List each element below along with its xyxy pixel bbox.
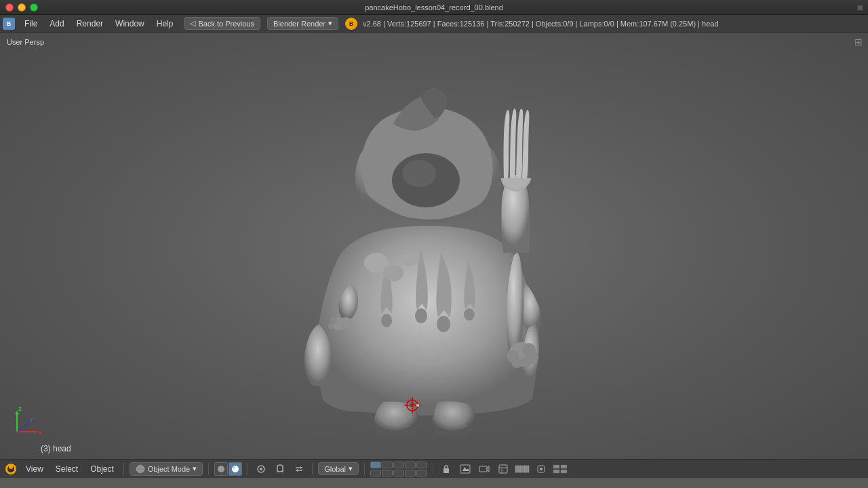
global-label: Global: [324, 465, 346, 473]
separator-2: [208, 463, 209, 475]
back-label: Back to Previous: [198, 20, 254, 28]
svg-marker-53: [487, 466, 489, 472]
menu-file[interactable]: File: [19, 18, 43, 30]
svg-point-16: [521, 357, 532, 367]
svg-point-2: [437, 316, 450, 332]
object-mode-icon: [136, 464, 145, 474]
viewport-corner-icon[interactable]: ⊞: [854, 37, 864, 46]
back-to-previous-button[interactable]: ◁ Back to Previous: [184, 17, 260, 30]
svg-point-3: [464, 308, 475, 321]
transfer-button[interactable]: [292, 462, 307, 476]
dropdown-arrow-icon: ▾: [328, 19, 332, 28]
menu-add[interactable]: Add: [44, 18, 69, 30]
svg-marker-49: [296, 469, 298, 472]
layer-2-button[interactable]: [382, 462, 393, 468]
object-mode-label: Object Mode: [148, 465, 190, 473]
menu-render[interactable]: Render: [71, 18, 108, 30]
bottom-view-button[interactable]: View: [22, 463, 47, 475]
render-shade-icon: [231, 464, 240, 474]
3d-character: [258, 66, 597, 453]
svg-point-40: [232, 466, 239, 472]
blender-bottom-logo: [4, 462, 18, 476]
separator-5: [364, 463, 365, 475]
svg-point-36: [9, 465, 13, 469]
3d-viewport[interactable]: User Persp ⊞: [0, 33, 868, 459]
svg-point-7: [383, 265, 403, 281]
blender-icon: B: [345, 18, 357, 30]
layer-10-button[interactable]: [416, 470, 427, 476]
separator-3: [248, 463, 248, 475]
magnet-button[interactable]: [273, 462, 288, 476]
svg-point-18: [507, 350, 519, 363]
svg-point-41: [233, 466, 235, 469]
render-engine-dropdown[interactable]: Blender Render ▾: [267, 17, 338, 30]
svg-marker-47: [300, 466, 302, 469]
layer-9-button[interactable]: [405, 470, 416, 476]
snap-button[interactable]: [254, 462, 269, 476]
more-tools-button[interactable]: [553, 462, 568, 476]
layer-6-button[interactable]: [370, 470, 381, 476]
camera-view-button[interactable]: [477, 462, 492, 476]
separator-1: [123, 463, 124, 475]
back-icon: ◁: [190, 19, 195, 28]
gpencil-button[interactable]: [534, 462, 549, 476]
svg-rect-57: [515, 466, 521, 472]
axis-indicator: X Z Y: [10, 405, 44, 439]
bottom-select-button[interactable]: Select: [52, 463, 82, 475]
solid-shading-button[interactable]: [214, 462, 228, 476]
timeline-button[interactable]: [515, 462, 530, 476]
viewport-props-icon: [498, 464, 508, 474]
timeline-icon: [515, 464, 530, 474]
render-button-bottom[interactable]: [458, 462, 473, 476]
svg-text:Y: Y: [30, 418, 33, 422]
blender-logo: B: [3, 18, 15, 30]
close-button[interactable]: [5, 3, 14, 12]
layer-5-button[interactable]: [416, 462, 427, 468]
shading-buttons: [214, 462, 242, 476]
camera-icon: [479, 464, 490, 474]
window-controls: [5, 3, 38, 12]
menu-help[interactable]: Help: [151, 18, 179, 30]
svg-point-20: [410, 403, 414, 407]
svg-point-37: [136, 465, 144, 473]
svg-rect-64: [561, 465, 567, 468]
snap-icon: [256, 464, 266, 474]
object-mode-arrow: ▾: [193, 464, 197, 473]
window-title: pancakeHobo_lesson04_record_00.blend: [365, 3, 503, 12]
layer-7-button[interactable]: [382, 470, 393, 476]
svg-point-8: [402, 253, 418, 266]
svg-rect-63: [553, 470, 559, 473]
svg-text:Z: Z: [18, 406, 22, 412]
minimize-button[interactable]: [18, 3, 26, 12]
lock-button[interactable]: [439, 462, 454, 476]
render-engine-label: Blender Render: [273, 20, 326, 28]
separator-4: [312, 463, 313, 475]
svg-rect-52: [479, 466, 487, 472]
more-tools-icon: [553, 464, 568, 474]
layer-3-button[interactable]: [393, 462, 404, 468]
svg-rect-65: [561, 470, 567, 473]
viewport-projection-label: User Persp: [7, 38, 44, 46]
menu-window[interactable]: Window: [110, 18, 150, 30]
maximize-button[interactable]: [30, 3, 38, 12]
bottom-object-button[interactable]: Object: [86, 463, 118, 475]
layer-buttons: [370, 462, 427, 476]
layer-8-button[interactable]: [393, 470, 404, 476]
separator-6: [433, 463, 433, 475]
svg-rect-58: [521, 466, 524, 472]
svg-rect-54: [499, 465, 507, 473]
svg-point-0: [381, 314, 392, 327]
global-arrow-icon: ▾: [349, 464, 353, 473]
bottom-toolbar: View Select Object Object Mode ▾: [0, 459, 868, 478]
viewport-props-button[interactable]: [496, 462, 511, 476]
global-transform-dropdown[interactable]: Global ▾: [318, 462, 359, 475]
svg-point-11: [330, 317, 337, 324]
object-mode-dropdown[interactable]: Object Mode ▾: [130, 462, 203, 476]
svg-text:X: X: [39, 430, 43, 436]
layer-1-button[interactable]: [370, 462, 381, 468]
rendered-shading-button[interactable]: [229, 462, 242, 476]
render-icon: [460, 464, 471, 474]
svg-rect-50: [443, 468, 449, 473]
layer-4-button[interactable]: [405, 462, 416, 468]
transfer-icon: [294, 464, 304, 474]
